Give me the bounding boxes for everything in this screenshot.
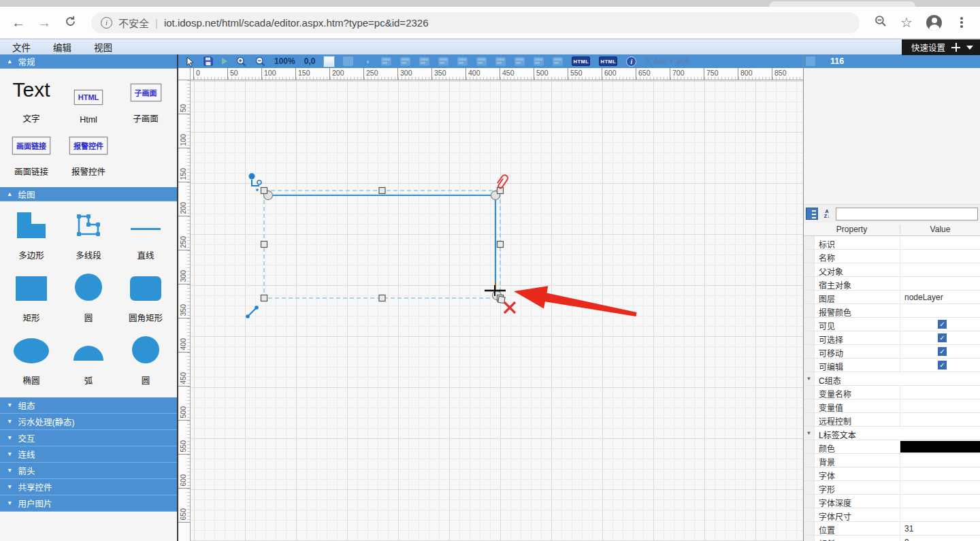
palette-item-circle[interactable]: 圆 bbox=[60, 268, 117, 331]
collapsed-section-header[interactable]: ▼ 污水处理(静态) bbox=[0, 414, 177, 430]
collapsed-section-header[interactable]: ▼ 箭头 bbox=[0, 463, 177, 479]
palette-item-circle2[interactable]: 圆 bbox=[117, 331, 174, 393]
property-row[interactable]: ▼ 颜色 ✓ bbox=[804, 440, 980, 454]
bookmark-star-icon[interactable]: ☆ bbox=[895, 14, 918, 31]
checkbox-checked-icon[interactable]: ✓ bbox=[938, 347, 947, 356]
property-row[interactable]: ▼ 标识 ✓ bbox=[804, 236, 980, 250]
property-value[interactable]: ✓ bbox=[900, 386, 980, 399]
align-top-icon[interactable] bbox=[438, 57, 448, 66]
property-row[interactable]: ▼ 可移动 ✓ bbox=[804, 345, 980, 359]
sort-az-icon[interactable]: AZ↓ bbox=[821, 208, 833, 220]
zoom-out-icon[interactable] bbox=[255, 56, 265, 67]
property-filter-input[interactable] bbox=[836, 208, 978, 220]
property-value[interactable]: ✓ bbox=[900, 277, 980, 290]
palette-item-polygon[interactable]: 多边形 bbox=[3, 207, 60, 268]
menu-edit[interactable]: 编辑 bbox=[53, 40, 71, 54]
palette-item-text[interactable]: Text 文字 bbox=[3, 73, 60, 131]
property-value[interactable]: nodeLayer ✓ bbox=[900, 291, 980, 304]
property-value[interactable]: ✓ bbox=[900, 427, 980, 440]
collapsed-section-header[interactable]: ▼ 共享控件 bbox=[0, 479, 177, 495]
property-row[interactable]: ▼ 可见 ✓ bbox=[804, 318, 980, 331]
browser-menu-icon[interactable] bbox=[950, 17, 973, 28]
property-value[interactable]: ✓ bbox=[900, 236, 980, 249]
browser-tab-strip[interactable] bbox=[0, 0, 980, 7]
property-row[interactable]: ▼ 父对象 ✓ bbox=[804, 263, 980, 277]
selection-handles[interactable] bbox=[261, 188, 506, 304]
property-row[interactable]: ▼ 变量值 ✓ bbox=[804, 399, 980, 413]
page-info-icon[interactable]: i bbox=[101, 17, 112, 29]
info-icon[interactable]: i bbox=[626, 56, 636, 67]
property-row[interactable]: ▼ 变量名称 ✓ bbox=[804, 386, 980, 399]
color-swatch[interactable] bbox=[900, 441, 980, 453]
collapsed-section-header[interactable]: ▼ 组态 bbox=[0, 397, 177, 414]
collapsed-section-header[interactable]: ▼ 交互 bbox=[0, 430, 177, 446]
property-row[interactable]: ▼ L标签文本 ✓ bbox=[804, 427, 980, 440]
property-row[interactable]: ▼ 背景 ✓ bbox=[804, 454, 980, 468]
reload-icon[interactable] bbox=[59, 15, 82, 31]
section-header-general[interactable]: ▲ 常规 bbox=[0, 54, 177, 69]
property-value[interactable]: ✓ bbox=[900, 372, 980, 385]
palette-item-subscreen[interactable]: 子画面 子画面 bbox=[117, 73, 174, 131]
profile-avatar-icon[interactable] bbox=[926, 15, 942, 31]
palette-item-alarm[interactable]: 报警控件 报警控件 bbox=[60, 131, 117, 184]
checkbox-checked-icon[interactable]: ✓ bbox=[938, 361, 947, 370]
property-row[interactable]: ▼ 名称 ✓ bbox=[804, 250, 980, 263]
palette-item-rect[interactable]: 矩形 bbox=[3, 268, 60, 331]
property-row[interactable]: ▼ 远程控制 ✓ bbox=[804, 413, 980, 427]
palette-item-ellipse[interactable]: 椭圆 bbox=[3, 331, 60, 393]
palette-item-line[interactable]: 直线 bbox=[117, 207, 174, 268]
property-row[interactable]: ▼ 字体尺寸 ✓ bbox=[804, 508, 980, 522]
url-bar[interactable]: i 不安全 | iot.idosp.net/html/scada/editor.… bbox=[91, 12, 860, 33]
property-value[interactable]: ✓ bbox=[900, 508, 980, 521]
back-icon[interactable]: ← bbox=[7, 15, 30, 31]
property-row[interactable]: ▼ 字体 ✓ bbox=[804, 468, 980, 481]
html-view-button[interactable]: HTML bbox=[572, 56, 590, 66]
drawn-polyline[interactable] bbox=[268, 195, 495, 286]
property-value[interactable]: ✓ bbox=[900, 399, 980, 412]
property-row[interactable]: ▼ 宿主对象 ✓ bbox=[804, 277, 980, 291]
align-right-icon[interactable] bbox=[419, 57, 429, 66]
property-row[interactable]: ▼ 字体深度 ✓ bbox=[804, 495, 980, 508]
property-row[interactable]: ▼ 可编辑 ✓ bbox=[804, 359, 980, 372]
property-row[interactable]: ▼ 倾斜 0 ✓ bbox=[804, 536, 980, 541]
collapsed-section-header[interactable]: ▼ 用户图片 bbox=[0, 495, 177, 512]
property-value[interactable]: ✓ bbox=[900, 468, 980, 480]
checkbox-checked-icon[interactable]: ✓ bbox=[938, 320, 947, 329]
run-icon[interactable] bbox=[222, 58, 227, 65]
palette-item-html[interactable]: HTML Html bbox=[60, 73, 117, 131]
anchor-points-icon[interactable] bbox=[362, 56, 372, 66]
distribute-v-icon[interactable] bbox=[553, 57, 563, 66]
align-middle-icon[interactable] bbox=[457, 57, 468, 66]
group-icon[interactable] bbox=[343, 56, 353, 66]
property-row[interactable]: ▼ 报警颜色 ✓ bbox=[804, 304, 980, 318]
palette-item-arc[interactable]: 弧 bbox=[60, 331, 117, 393]
cursor-tool-icon[interactable] bbox=[186, 56, 195, 67]
save-icon[interactable] bbox=[203, 56, 213, 66]
palette-item-screenlink[interactable]: 画面链接 画面链接 bbox=[3, 131, 60, 184]
property-value[interactable]: ✓ bbox=[900, 304, 980, 317]
same-height-icon[interactable] bbox=[514, 57, 525, 66]
same-width-icon[interactable] bbox=[495, 57, 506, 66]
property-value[interactable]: ✓ bbox=[900, 318, 980, 331]
section-header-draw[interactable]: ▲ 绘图 bbox=[0, 187, 177, 201]
checkbox-checked-icon[interactable]: ✓ bbox=[938, 333, 947, 342]
distribute-h-icon[interactable] bbox=[534, 57, 544, 66]
property-value[interactable]: ✓ bbox=[900, 440, 980, 453]
property-value[interactable]: ✓ bbox=[900, 359, 980, 372]
zoom-in-icon[interactable] bbox=[236, 56, 246, 67]
palette-item-roundrect[interactable]: 圆角矩形 bbox=[117, 268, 174, 331]
forward-icon[interactable]: → bbox=[33, 15, 56, 31]
group-collapse-icon[interactable]: ▼ bbox=[806, 430, 812, 436]
property-value[interactable]: 0 ✓ bbox=[900, 536, 980, 541]
panel-button[interactable] bbox=[806, 56, 815, 66]
property-value[interactable]: 31 ✓ bbox=[900, 522, 980, 535]
property-row[interactable]: ▼ 可选择 ✓ bbox=[804, 331, 980, 345]
property-column-header[interactable]: Property bbox=[804, 225, 900, 234]
html-export-button[interactable]: HTML bbox=[599, 56, 617, 66]
design-canvas[interactable] bbox=[191, 80, 803, 541]
browser-tab[interactable] bbox=[769, 1, 915, 7]
palette-item-polyline[interactable]: 多线段 bbox=[60, 207, 117, 268]
collapsed-section-header[interactable]: ▼ 连线 bbox=[0, 446, 177, 463]
align-center-icon[interactable] bbox=[400, 57, 410, 66]
quick-settings-button[interactable]: 快速设置 bbox=[902, 39, 980, 55]
